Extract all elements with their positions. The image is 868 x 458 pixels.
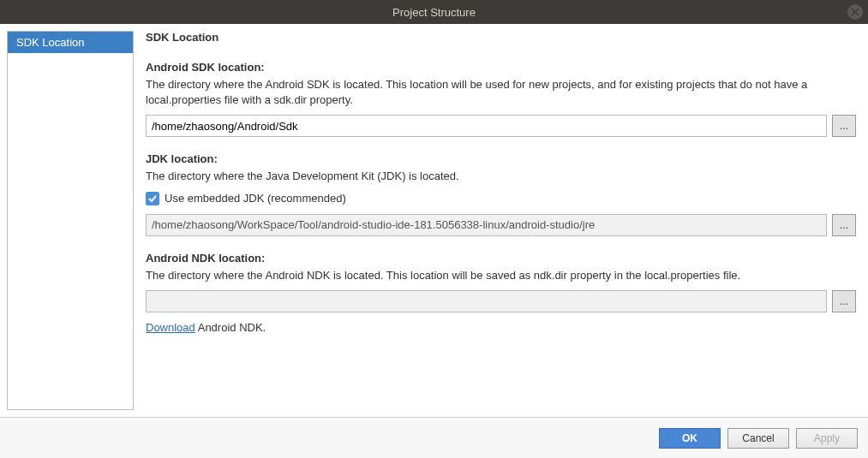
window-titlebar: Project Structure (0, 0, 868, 24)
jdk-label: JDK location: (146, 152, 856, 165)
sdk-location-input[interactable] (146, 115, 827, 137)
use-embedded-jdk-label: Use embedded JDK (recommended) (165, 192, 346, 205)
ndk-browse-button[interactable]: ... (832, 290, 856, 312)
sidebar-item-sdk-location[interactable]: SDK Location (8, 32, 133, 53)
ndk-label: Android NDK location: (146, 252, 856, 265)
download-ndk-link[interactable]: Download (146, 321, 195, 334)
window-title: Project Structure (392, 6, 476, 19)
dialog-content: SDK Location SDK Location Android SDK lo… (0, 24, 868, 418)
sidebar: SDK Location (7, 31, 134, 410)
apply-button[interactable]: Apply (796, 428, 858, 449)
main-panel: SDK Location Android SDK location: The d… (146, 31, 861, 410)
ndk-location-input[interactable] (146, 290, 827, 312)
use-embedded-jdk-checkbox[interactable] (146, 192, 159, 205)
jdk-location-input[interactable] (146, 214, 827, 236)
sidebar-item-label: SDK Location (16, 36, 85, 49)
ok-button[interactable]: OK (659, 428, 721, 449)
sdk-browse-button[interactable]: ... (832, 115, 856, 137)
jdk-desc: The directory where the Java Development… (146, 169, 856, 184)
page-title: SDK Location (146, 31, 856, 44)
close-icon (851, 8, 859, 16)
jdk-browse-button[interactable]: ... (832, 214, 856, 236)
close-button[interactable] (847, 4, 863, 20)
ndk-download-row: Download Android NDK. (146, 321, 856, 334)
ndk-section: Android NDK location: The directory wher… (146, 252, 856, 334)
download-ndk-suffix: Android NDK. (195, 321, 266, 334)
sdk-section: Android SDK location: The directory wher… (146, 61, 856, 137)
dialog-footer: OK Cancel Apply (0, 418, 868, 458)
cancel-button[interactable]: Cancel (727, 428, 789, 449)
sdk-label: Android SDK location: (146, 61, 856, 74)
checkmark-icon (147, 193, 158, 204)
jdk-section: JDK location: The directory where the Ja… (146, 152, 856, 235)
ndk-desc: The directory where the Android NDK is l… (146, 268, 856, 283)
sdk-desc: The directory where the Android SDK is l… (146, 77, 856, 108)
